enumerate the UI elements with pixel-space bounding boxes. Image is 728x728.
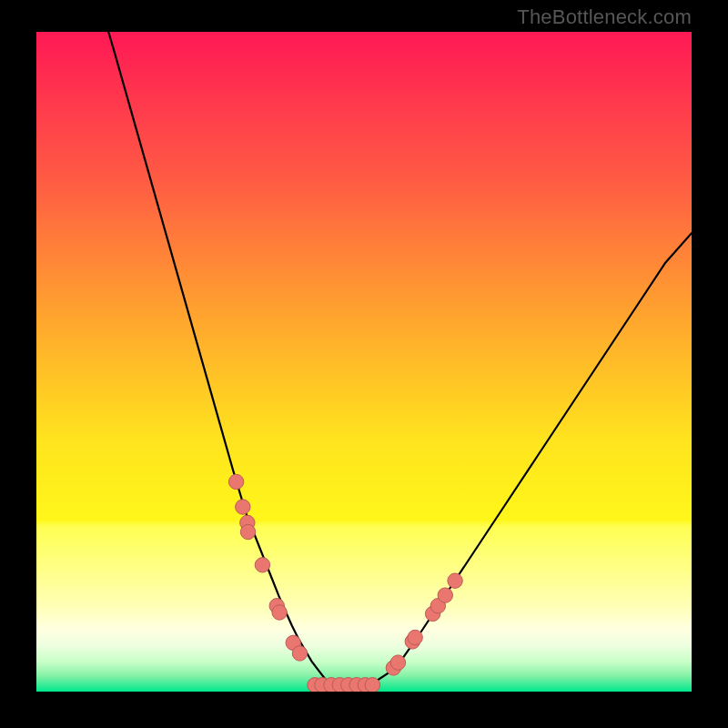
data-point: [408, 630, 422, 644]
plot-area: [36, 32, 692, 692]
data-point: [236, 500, 250, 514]
gradient-background: [36, 32, 692, 692]
data-point: [228, 474, 243, 489]
data-point: [255, 558, 269, 572]
data-point: [365, 678, 379, 692]
data-point: [240, 524, 255, 539]
data-point: [272, 605, 287, 620]
chart-frame: TheBottleneck.com: [0, 0, 728, 728]
data-point: [390, 655, 405, 670]
data-point: [438, 588, 452, 602]
data-point: [448, 573, 462, 588]
data-point: [292, 646, 307, 661]
watermark-text: TheBottleneck.com: [517, 5, 692, 29]
chart-svg: [36, 32, 692, 692]
